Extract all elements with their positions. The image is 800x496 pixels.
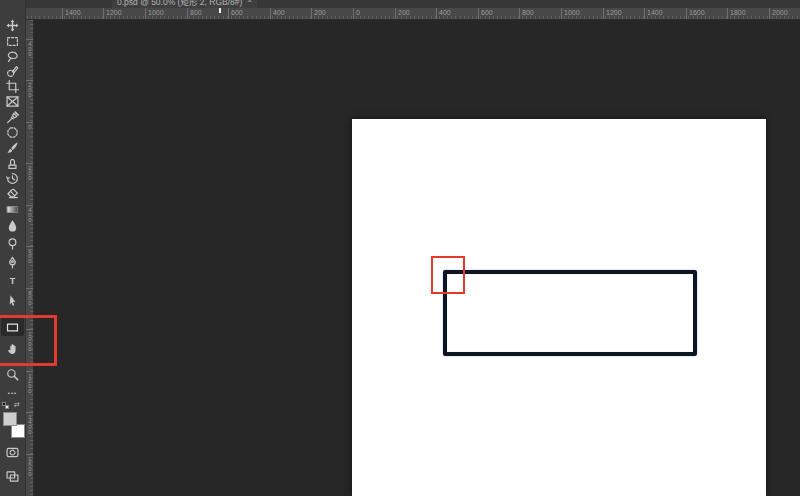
- eyedropper-tool-icon: [6, 111, 19, 124]
- v-ruler-label: 600: [26, 246, 33, 263]
- swap-colors-icon[interactable]: ⇄: [14, 401, 20, 409]
- tab-close-icon[interactable]: ×: [247, 0, 252, 5]
- dodge-tool[interactable]: [1, 234, 24, 252]
- h-ruler-label: 600: [478, 8, 493, 19]
- photoshop-window: 0.psd @ 50.0% (矩形 2, RGB/8#) × 140012001…: [0, 0, 800, 496]
- h-ruler-label: 1400: [62, 8, 81, 19]
- h-ruler-label: 200: [395, 8, 410, 19]
- color-swatch-group: ⇄: [0, 399, 26, 443]
- history-brush-tool-icon: [6, 172, 19, 185]
- type-tool-icon: T: [10, 277, 16, 286]
- v-ruler-label: 200: [26, 163, 33, 180]
- document-tab[interactable]: 0.psd @ 50.0% (矩形 2, RGB/8#) ×: [112, 0, 257, 8]
- document-tab-title: 0.psd @ 50.0% (矩形 2, RGB/8#): [117, 0, 242, 7]
- ruler-cursor-indicator: [219, 8, 221, 13]
- zoom-tool[interactable]: [1, 365, 24, 383]
- v-ruler-label: 400: [26, 39, 33, 56]
- screen-mode-button-icon: [6, 470, 19, 483]
- pen-tool-icon: [6, 256, 19, 269]
- tab-strip: 0.psd @ 50.0% (矩形 2, RGB/8#) ×: [26, 0, 800, 8]
- h-ruler-label: 2000: [769, 8, 788, 19]
- h-ruler-label: 400: [270, 8, 285, 19]
- vertical-ruler[interactable]: 40020002004006008001000120014001600: [26, 20, 34, 496]
- edit-toolbar-button-icon: •••: [8, 390, 17, 396]
- v-ruler-label: 200: [26, 80, 33, 97]
- marquee-tool-icon: [6, 35, 19, 48]
- blur-tool[interactable]: [1, 216, 24, 234]
- h-ruler-label: 800: [187, 8, 202, 19]
- v-ruler-label: 0: [26, 122, 33, 129]
- quick-mask-button-icon: [6, 446, 19, 459]
- annotation-shape-corner-box: [431, 256, 465, 294]
- h-ruler-label: 600: [228, 8, 243, 19]
- path-selection-tool-icon: [6, 294, 19, 307]
- h-ruler-label: 1200: [103, 8, 122, 19]
- quick-mask-button[interactable]: [1, 443, 24, 461]
- default-colors-icon[interactable]: [2, 402, 9, 409]
- h-ruler-label: 1200: [603, 8, 622, 19]
- foreground-color-swatch[interactable]: [3, 412, 17, 426]
- path-selection-tool[interactable]: [1, 291, 24, 309]
- v-ruler-label: 800: [26, 288, 33, 305]
- frame-tool-icon: [6, 95, 19, 108]
- h-ruler-label: 1000: [561, 8, 580, 19]
- h-ruler-label: 200: [311, 8, 326, 19]
- annotation-rectangle-tool-box: [0, 315, 57, 366]
- quick-selection-tool-icon: [6, 65, 19, 78]
- v-ruler-label: 400: [26, 205, 33, 222]
- dodge-tool-icon: [6, 237, 19, 250]
- h-ruler-label: 1400: [644, 8, 663, 19]
- healing-brush-tool-icon: [6, 126, 19, 139]
- canvas-area[interactable]: [34, 20, 800, 496]
- rectangle-shape: [443, 270, 697, 356]
- lasso-tool-icon: [6, 50, 19, 63]
- horizontal-ruler[interactable]: 1400120010008006004002000200400600800100…: [26, 8, 800, 20]
- crop-tool-icon: [6, 80, 19, 93]
- v-ruler-label: 1200: [26, 371, 33, 393]
- v-ruler-label: 1600: [26, 454, 33, 476]
- eraser-tool-icon: [6, 187, 19, 200]
- brush-tool-icon: [6, 141, 19, 154]
- h-ruler-label: 800: [519, 8, 534, 19]
- move-tool-icon: [6, 19, 19, 32]
- h-ruler-label: 1800: [727, 8, 746, 19]
- screen-mode-button[interactable]: [1, 467, 24, 485]
- background-color-swatch[interactable]: [11, 424, 25, 438]
- h-ruler-label: 0: [353, 8, 360, 19]
- clone-stamp-tool-icon: [6, 157, 19, 170]
- blur-tool-icon: [6, 219, 19, 232]
- tools-panel: ⇄ T•••: [0, 0, 26, 496]
- type-tool[interactable]: T: [1, 272, 24, 290]
- h-ruler-label: 400: [436, 8, 451, 19]
- pen-tool[interactable]: [1, 253, 24, 271]
- v-ruler-label: 1400: [26, 412, 33, 434]
- h-ruler-label: 1000: [145, 8, 164, 19]
- zoom-tool-icon: [6, 368, 19, 381]
- gradient-tool-icon: [6, 203, 19, 216]
- h-ruler-label: 1600: [686, 8, 705, 19]
